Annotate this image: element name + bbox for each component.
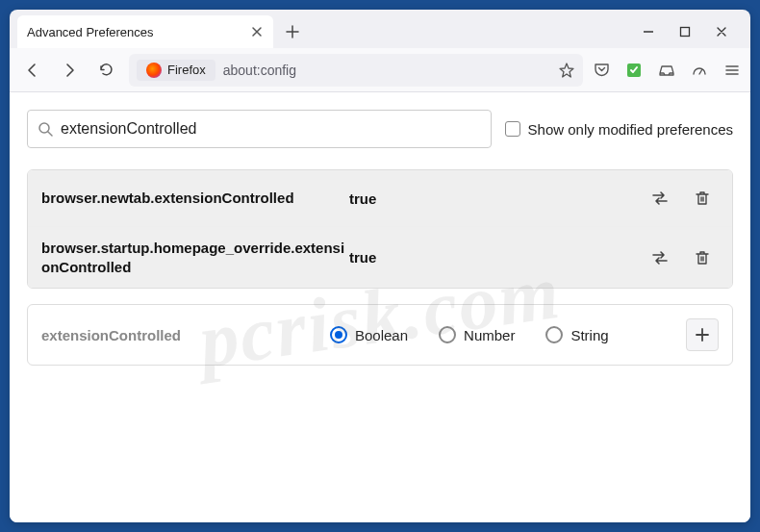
pref-row: browser.startup.homepage_override.extens… bbox=[28, 227, 732, 288]
add-pref-button[interactable] bbox=[686, 318, 719, 351]
bookmark-star-icon[interactable] bbox=[558, 62, 575, 79]
new-tab-button[interactable] bbox=[279, 18, 306, 45]
reload-button[interactable] bbox=[92, 57, 119, 84]
minimize-button[interactable] bbox=[641, 24, 656, 39]
radio-icon bbox=[330, 326, 347, 343]
url-text: about:config bbox=[223, 63, 296, 78]
dashboard-icon[interactable] bbox=[691, 62, 708, 79]
delete-button[interactable] bbox=[686, 182, 719, 215]
radio-label: Number bbox=[464, 327, 515, 343]
toggle-button[interactable] bbox=[644, 241, 676, 274]
pocket-icon[interactable] bbox=[593, 62, 610, 79]
search-row: Show only modified preferences bbox=[27, 110, 733, 148]
results-list: browser.newtab.extensionControlled true … bbox=[27, 169, 733, 289]
row-actions bbox=[644, 182, 719, 215]
firefox-logo-icon bbox=[146, 63, 162, 78]
svg-rect-0 bbox=[681, 28, 690, 37]
maximize-button[interactable] bbox=[677, 24, 693, 39]
tab-title: Advanced Preferences bbox=[27, 25, 154, 39]
forward-button[interactable] bbox=[56, 57, 83, 84]
pref-name: browser.startup.homepage_override.extens… bbox=[41, 239, 349, 276]
pref-name: browser.newtab.extensionControlled bbox=[41, 189, 349, 208]
search-input[interactable] bbox=[61, 120, 481, 138]
tab-bar: Advanced Preferences bbox=[10, 10, 750, 48]
close-tab-icon[interactable] bbox=[250, 25, 264, 38]
toolbar-icons bbox=[593, 62, 741, 79]
new-pref-row: extensionControlled Boolean Number Strin… bbox=[27, 304, 733, 366]
row-actions bbox=[644, 241, 719, 274]
url-bar[interactable]: Firefox about:config bbox=[129, 54, 583, 87]
modified-only-checkbox[interactable]: Show only modified preferences bbox=[505, 121, 733, 138]
search-box[interactable] bbox=[27, 110, 492, 148]
inbox-icon[interactable] bbox=[658, 62, 675, 79]
radio-icon bbox=[545, 326, 563, 343]
radio-number[interactable]: Number bbox=[439, 326, 515, 343]
nav-toolbar: Firefox about:config bbox=[10, 48, 750, 92]
tab-active[interactable]: Advanced Preferences bbox=[17, 15, 273, 48]
delete-button[interactable] bbox=[686, 241, 719, 274]
checkbox-icon[interactable] bbox=[505, 121, 520, 137]
page-content: pcrisk.com Show only modified preference… bbox=[10, 92, 750, 522]
type-radio-group: Boolean Number String bbox=[330, 326, 609, 343]
search-icon bbox=[38, 121, 53, 137]
radio-label: Boolean bbox=[355, 327, 408, 343]
new-pref-name: extensionControlled bbox=[41, 327, 330, 343]
pref-row: browser.newtab.extensionControlled true bbox=[28, 170, 732, 227]
pref-value: true bbox=[349, 249, 376, 266]
radio-label: String bbox=[570, 327, 608, 343]
back-button[interactable] bbox=[19, 57, 46, 84]
browser-window: Advanced Preferences bbox=[10, 10, 750, 522]
radio-string[interactable]: String bbox=[545, 326, 608, 343]
url-badge-text: Firefox bbox=[167, 63, 206, 77]
close-window-button[interactable] bbox=[714, 24, 729, 39]
pref-value: true bbox=[349, 190, 376, 207]
extension-icon[interactable] bbox=[625, 62, 643, 79]
radio-boolean[interactable]: Boolean bbox=[330, 326, 408, 343]
toggle-button[interactable] bbox=[644, 182, 676, 215]
radio-icon bbox=[439, 326, 456, 343]
window-controls bbox=[641, 24, 743, 39]
firefox-badge: Firefox bbox=[137, 60, 215, 81]
modified-only-label: Show only modified preferences bbox=[528, 121, 733, 138]
menu-icon[interactable] bbox=[723, 62, 741, 79]
